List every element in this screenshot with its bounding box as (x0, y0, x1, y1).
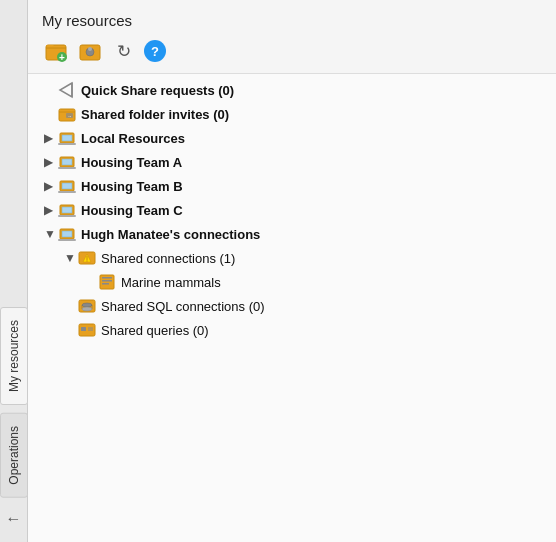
svg-rect-15 (62, 159, 72, 165)
svg-text:→: → (67, 113, 72, 119)
housing-team-b-icon (58, 177, 76, 195)
svg-rect-13 (58, 143, 76, 145)
tree-item-shared-queries[interactable]: Shared queries (0) (28, 318, 556, 342)
quick-share-label: Quick Share requests (0) (81, 83, 234, 98)
svg-rect-25 (58, 239, 76, 241)
tree-container: Quick Share requests (0) → Shared folder… (28, 74, 556, 542)
chevron-right-icon: ▶ (44, 131, 58, 145)
svg-rect-22 (58, 215, 76, 217)
svg-point-35 (82, 303, 92, 307)
tree-item-marine-mammals[interactable]: Marine mammals (28, 270, 556, 294)
shared-queries-icon (78, 321, 96, 339)
shared-folder-invites-icon: → (58, 105, 76, 123)
tab-operations[interactable]: Operations (0, 413, 28, 498)
tree-item-shared-connections[interactable]: ▼ Shared connections (1) (28, 246, 556, 270)
svg-rect-12 (62, 135, 72, 141)
chevron-right-icon: ▶ (44, 203, 58, 217)
svg-marker-6 (60, 83, 72, 97)
housing-team-c-icon (58, 201, 76, 219)
shared-connections-icon (78, 249, 96, 267)
quick-share-icon (58, 81, 76, 99)
housing-team-a-label: Housing Team A (81, 155, 182, 170)
svg-rect-24 (62, 231, 72, 237)
svg-rect-18 (62, 183, 72, 189)
svg-point-38 (82, 307, 92, 311)
housing-team-b-label: Housing Team B (81, 179, 183, 194)
svg-text:+: + (59, 52, 65, 62)
marine-mammals-icon (98, 273, 116, 291)
marine-mammals-label: Marine mammals (121, 275, 221, 290)
local-resources-label: Local Resources (81, 131, 185, 146)
svg-rect-33 (102, 283, 109, 285)
tree-item-housing-team-c[interactable]: ▶ Housing Team C (28, 198, 556, 222)
help-button[interactable]: ? (144, 40, 166, 62)
shared-folder-invites-label: Shared folder invites (0) (81, 107, 229, 122)
housing-team-a-icon (58, 153, 76, 171)
shared-sql-icon (78, 297, 96, 315)
tree-item-shared-sql[interactable]: Shared SQL connections (0) (28, 294, 556, 318)
refresh-icon: ↻ (117, 41, 131, 62)
svg-rect-40 (81, 327, 86, 331)
svg-rect-32 (102, 280, 112, 282)
svg-rect-16 (58, 167, 76, 169)
svg-rect-21 (62, 207, 72, 213)
left-tab-panel: My resources Operations ← (0, 0, 28, 542)
tree-item-local-resources[interactable]: ▶ Local Resources (28, 126, 556, 150)
chevron-down-icon: ▼ (64, 251, 78, 265)
housing-team-c-label: Housing Team C (81, 203, 183, 218)
svg-rect-31 (102, 277, 112, 279)
hugh-manatee-icon (58, 225, 76, 243)
panel-header: My resources + ↻ (28, 0, 556, 74)
collapse-arrow[interactable]: ← (2, 506, 26, 532)
add-folder-icon: + (45, 40, 67, 62)
tree-item-hugh-manatee[interactable]: ▼ Hugh Manatee's connections (28, 222, 556, 246)
chevron-right-icon: ▶ (44, 155, 58, 169)
add-button[interactable]: + (42, 37, 70, 65)
chevron-down-icon: ▼ (44, 227, 58, 241)
user-button[interactable] (76, 37, 104, 65)
chevron-right-icon: ▶ (44, 179, 58, 193)
local-resources-icon (58, 129, 76, 147)
hugh-manatee-label: Hugh Manatee's connections (81, 227, 260, 242)
tree-item-housing-team-a[interactable]: ▶ Housing Team A (28, 150, 556, 174)
tree-item-shared-folder-invites[interactable]: → Shared folder invites (0) (28, 102, 556, 126)
refresh-button[interactable]: ↻ (110, 37, 138, 65)
user-icon (79, 40, 101, 62)
shared-queries-label: Shared queries (0) (101, 323, 209, 338)
panel-title: My resources (42, 12, 542, 29)
svg-point-29 (86, 260, 87, 261)
main-panel: My resources + ↻ (28, 0, 556, 542)
shared-connections-label: Shared connections (1) (101, 251, 235, 266)
shared-sql-label: Shared SQL connections (0) (101, 299, 265, 314)
svg-point-5 (88, 47, 92, 51)
svg-rect-19 (58, 191, 76, 193)
tree-item-housing-team-b[interactable]: ▶ Housing Team B (28, 174, 556, 198)
toolbar: + ↻ ? (42, 37, 542, 65)
tree-item-quick-share[interactable]: Quick Share requests (0) (28, 78, 556, 102)
tab-my-resources[interactable]: My resources (0, 307, 28, 405)
